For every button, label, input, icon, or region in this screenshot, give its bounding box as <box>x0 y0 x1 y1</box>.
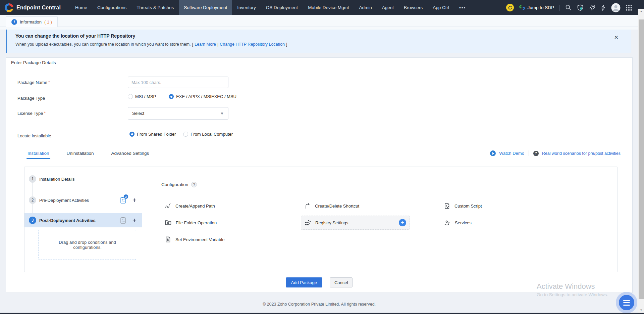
license-type-select[interactable]: Select ▼ <box>128 107 228 120</box>
step-pre-deployment[interactable]: 2 Pre-Deployment Activities 2 + <box>24 193 142 207</box>
install-tabs: Installation Uninstallation Advanced Set… <box>28 151 149 159</box>
add-pre-deployment-button[interactable]: + <box>132 197 137 204</box>
tab-information[interactable]: i Information ( 1 ) <box>6 16 58 27</box>
nav-item-app-ctrl[interactable]: App Ctrl <box>428 0 454 15</box>
scenarios-link[interactable]: Real world scenarios for pre/post activi… <box>542 151 621 156</box>
radio-from-shared-folder[interactable]: From Shared Folder <box>129 132 176 137</box>
config-registry-settings[interactable]: Registry Settings + <box>301 216 410 230</box>
configuration-section: Configuration ? Create/Append Path Creat… <box>142 167 617 272</box>
information-count-badge: ( 1 ) <box>44 19 52 25</box>
package-type-label: Package Type <box>17 96 45 101</box>
form-actions: Add Package Cancel <box>6 277 632 287</box>
add-post-deployment-button[interactable]: + <box>132 217 137 224</box>
config-create-append-path[interactable]: Create/Append Path <box>161 203 301 209</box>
radio-circle-checked <box>129 132 135 137</box>
search-icon[interactable] <box>565 4 572 11</box>
pre-deployment-list-icon[interactable]: 2 <box>120 196 126 204</box>
config-set-environment-variable[interactable]: Set Environment Variable <box>161 236 301 242</box>
scrollbar-thumb[interactable] <box>639 19 644 299</box>
drag-drop-zone[interactable]: Drag and drop conditions and configurati… <box>39 230 136 260</box>
locate-installable-label: Locate installable <box>17 133 51 138</box>
whats-new-rocket-icon[interactable] <box>589 4 595 11</box>
sdp-logo-icon <box>519 5 525 10</box>
nav-right-actions: Jump to SDP <box>506 3 644 12</box>
config-services[interactable]: Services <box>440 220 580 226</box>
config-custom-script[interactable]: Custom Script <box>440 203 580 209</box>
radio-exe-appx[interactable]: EXE / APPX / MSIEXEC / MSU <box>169 94 236 99</box>
nav-item-threats-patches[interactable]: Threats & Patches <box>131 0 179 15</box>
locate-options: From Shared Folder From Local Computer <box>129 132 233 137</box>
banner-body: When you upload executables, you can con… <box>15 42 288 47</box>
add-registry-settings-button[interactable]: + <box>399 219 406 226</box>
jump-to-sdp-button[interactable]: Jump to SDP <box>519 5 554 10</box>
nav-more-menu[interactable]: ••• <box>454 0 471 15</box>
step-installation-details[interactable]: 1 Installation Details <box>24 173 142 185</box>
config-create-delete-shortcut[interactable]: Create/Delete Shortcut <box>301 203 440 209</box>
quick-menu-fab[interactable] <box>619 295 634 310</box>
nav-item-inventory[interactable]: Inventory <box>232 0 261 15</box>
refresh-icon[interactable] <box>506 4 514 11</box>
play-icon <box>490 150 496 156</box>
nav-item-os-deployment[interactable]: OS Deployment <box>261 0 303 15</box>
scroll-down-arrow[interactable]: ▼ <box>638 309 644 312</box>
configuration-help-icon[interactable]: ? <box>191 182 197 187</box>
nav-item-software-deployment[interactable]: Software Deployment <box>179 0 232 15</box>
close-icon[interactable]: ✕ <box>614 34 619 41</box>
configuration-divider <box>161 192 269 192</box>
endpoint-central-logo-icon <box>5 3 13 12</box>
quick-actions-bolt-icon[interactable] <box>601 4 606 11</box>
deployment-stepper: 1 Installation Details 2 Pre-Deployment … <box>24 167 142 272</box>
watch-demo-link[interactable]: Watch Demo <box>499 151 524 156</box>
zoho-link[interactable]: Zoho Corporation Private Limited. <box>277 302 340 307</box>
nav-item-agent[interactable]: Agent <box>377 0 399 15</box>
vertical-scrollbar[interactable]: ▲ ▼ <box>638 9 644 314</box>
copyright-footer: © 2023 Zoho Corporation Private Limited.… <box>0 302 638 307</box>
help-icon: ? <box>533 151 539 156</box>
registry-icon <box>305 220 311 226</box>
shortcut-icon <box>305 203 311 209</box>
nav-item-configurations[interactable]: Configurations <box>92 0 131 15</box>
services-icon <box>444 220 450 226</box>
configuration-title: Configuration ? <box>161 182 197 187</box>
radio-from-local-computer[interactable]: From Local Computer <box>183 132 233 137</box>
step-post-deployment[interactable]: 3 Post-Deployment Activities + <box>24 213 142 227</box>
package-details-panel: Enter Package Details Package Name* Pack… <box>6 57 633 293</box>
brand[interactable]: Endpoint Central <box>0 3 70 12</box>
license-type-label: License Type* <box>17 111 46 116</box>
scroll-up-arrow[interactable]: ▲ <box>638 10 644 13</box>
change-http-repository-link[interactable]: Change HTTP Repository Location <box>220 42 285 47</box>
nav-item-home[interactable]: Home <box>70 0 92 15</box>
radio-circle <box>183 132 188 137</box>
tab-advanced-settings[interactable]: Advanced Settings <box>111 151 149 159</box>
script-icon <box>444 203 450 209</box>
nav-divider <box>559 5 560 11</box>
brand-name: Endpoint Central <box>16 5 61 11</box>
add-package-button[interactable]: Add Package <box>286 277 322 287</box>
radio-circle <box>128 94 133 99</box>
pre-deployment-count-badge: 2 <box>123 194 128 199</box>
learn-more-link[interactable]: Learn More <box>195 42 216 47</box>
panel-title: Enter Package Details <box>6 58 632 68</box>
cancel-button[interactable]: Cancel <box>330 277 353 287</box>
user-avatar[interactable] <box>611 3 621 12</box>
tab-installation[interactable]: Installation <box>28 151 49 159</box>
folder-gear-icon <box>165 220 171 226</box>
config-file-folder-operation[interactable]: File Folder Operation <box>161 220 301 226</box>
configuration-grid: Create/Append Path Create/Delete Shortcu… <box>161 197 580 248</box>
radio-msi-msp[interactable]: MSI / MSP <box>128 94 156 99</box>
nav-item-admin[interactable]: Admin <box>354 0 377 15</box>
package-type-options: MSI / MSP EXE / APPX / MSIEXEC / MSU <box>128 94 236 99</box>
tab-uninstallation[interactable]: Uninstallation <box>67 151 94 159</box>
top-nav: Endpoint Central Home Configurations Thr… <box>0 0 644 15</box>
package-name-input[interactable] <box>128 77 228 88</box>
fab-halo <box>616 292 637 313</box>
post-deployment-list-icon[interactable] <box>120 217 126 224</box>
nav-item-mobile-device-mgmt[interactable]: Mobile Device Mgmt <box>303 0 354 15</box>
apps-grid-icon[interactable] <box>626 5 632 11</box>
nav-item-browsers[interactable]: Browsers <box>399 0 428 15</box>
activities-box: 1 Installation Details 2 Pre-Deployment … <box>24 167 618 272</box>
banner-title: You can change the location of your HTTP… <box>15 33 135 39</box>
path-icon <box>165 203 171 209</box>
security-shield-icon[interactable] <box>577 4 584 11</box>
information-icon: i <box>11 19 17 25</box>
